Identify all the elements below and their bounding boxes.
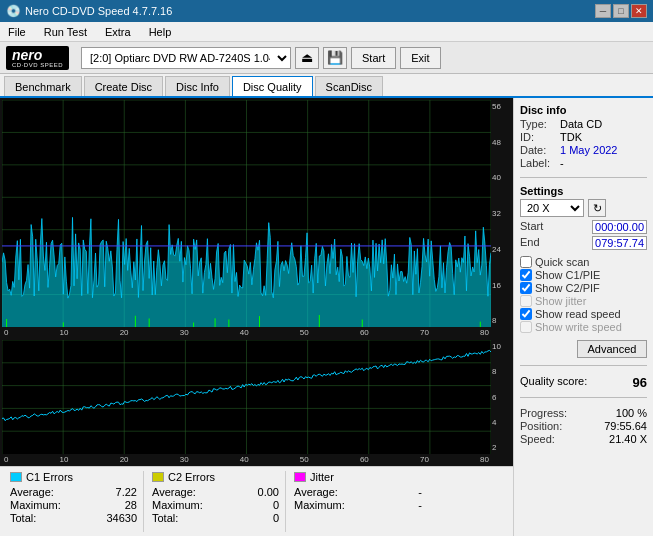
y-label-6: 6 [492, 393, 510, 402]
checkboxes-section: Quick scan Show C1/PIE Show C2/PIF Show … [520, 256, 647, 334]
disc-info-title: Disc info [520, 104, 647, 116]
c1-average: 7.22 [116, 486, 137, 498]
quality-score-row: Quality score: 96 [520, 375, 647, 390]
minimize-button[interactable]: ─ [595, 4, 611, 18]
c1-stats: C1 Errors Average:7.22 Maximum:28 Total:… [4, 471, 144, 532]
end-time-row: End 079:57.74 [520, 236, 647, 250]
y-label-32: 32 [492, 209, 510, 218]
exit-button[interactable]: Exit [400, 47, 440, 69]
show-write-speed-label: Show write speed [535, 321, 622, 333]
disc-id-val: TDK [560, 131, 582, 143]
nero-logo: nero CD·DVD SPEED [6, 46, 69, 70]
show-write-speed-checkbox[interactable] [520, 321, 532, 333]
tab-create-disc[interactable]: Create Disc [84, 76, 163, 96]
tab-disc-quality[interactable]: Disc Quality [232, 76, 313, 96]
c2-average: 0.00 [258, 486, 279, 498]
divider-1 [520, 177, 647, 178]
disc-label-key: Label: [520, 157, 556, 169]
toolbar: nero CD·DVD SPEED [2:0] Optiarc DVD RW A… [0, 42, 653, 74]
eject-icon-btn[interactable]: ⏏ [295, 47, 319, 69]
disc-type-key: Type: [520, 118, 556, 130]
progress-val: 100 % [616, 407, 647, 419]
y-label-48: 48 [492, 138, 510, 147]
title-bar-left: 💿 Nero CD-DVD Speed 4.7.7.16 [6, 4, 172, 18]
start-time-val: 000:00.00 [592, 220, 647, 234]
tabs: Benchmark Create Disc Disc Info Disc Qua… [0, 74, 653, 98]
menu-file[interactable]: File [4, 25, 30, 39]
top-y-axis: 56 48 40 32 24 16 8 [491, 100, 511, 327]
y-label-10: 10 [492, 342, 510, 351]
c2-stats: C2 Errors Average:0.00 Maximum:0 Total:0 [146, 471, 286, 532]
show-c2-pif-checkbox[interactable] [520, 282, 532, 294]
speed-select[interactable]: 20 X Max 40 X 16 X 8 X [520, 199, 584, 217]
quick-scan-checkbox[interactable] [520, 256, 532, 268]
title-bar-controls: ─ □ ✕ [595, 4, 647, 18]
position-label: Position: [520, 420, 562, 432]
tab-benchmark[interactable]: Benchmark [4, 76, 82, 96]
show-read-speed-checkbox[interactable] [520, 308, 532, 320]
title-bar: 💿 Nero CD-DVD Speed 4.7.7.16 ─ □ ✕ [0, 0, 653, 22]
y-label-8: 8 [492, 367, 510, 376]
menu-bar: File Run Test Extra Help [0, 22, 653, 42]
show-c1-pie-checkbox[interactable] [520, 269, 532, 281]
c2-total: 0 [273, 512, 279, 524]
c1-color-box [10, 472, 22, 482]
menu-extra[interactable]: Extra [101, 25, 135, 39]
disc-label-val: - [560, 157, 564, 169]
c2-maximum: 0 [273, 499, 279, 511]
disc-id-key: ID: [520, 131, 556, 143]
tab-scan-disc[interactable]: ScanDisc [315, 76, 383, 96]
divider-2 [520, 365, 647, 366]
disc-type-val: Data CD [560, 118, 602, 130]
y-label-56: 56 [492, 102, 510, 111]
advanced-button[interactable]: Advanced [577, 340, 647, 358]
progress-label: Progress: [520, 407, 567, 419]
y-label-8: 8 [492, 316, 510, 325]
drive-select[interactable]: [2:0] Optiarc DVD RW AD-7240S 1.04 [81, 47, 291, 69]
speed-label: Speed: [520, 433, 555, 445]
y-label-16: 16 [492, 281, 510, 290]
tab-disc-info[interactable]: Disc Info [165, 76, 230, 96]
c1-maximum: 28 [125, 499, 137, 511]
speed-val: 21.40 X [609, 433, 647, 445]
jitter-maximum: - [418, 499, 422, 511]
save-icon-btn[interactable]: 💾 [323, 47, 347, 69]
close-button[interactable]: ✕ [631, 4, 647, 18]
y-label-2: 2 [492, 443, 510, 452]
start-time-row: Start 000:00.00 [520, 220, 647, 234]
quick-scan-label: Quick scan [535, 256, 589, 268]
c1-label: C1 Errors [26, 471, 73, 483]
disc-date-key: Date: [520, 144, 556, 156]
settings-section: Settings 20 X Max 40 X 16 X 8 X ↻ Start … [520, 185, 647, 252]
maximize-button[interactable]: □ [613, 4, 629, 18]
y-label-4: 4 [492, 418, 510, 427]
c2-label: C2 Errors [168, 471, 215, 483]
y-label-24: 24 [492, 245, 510, 254]
settings-title: Settings [520, 185, 647, 197]
end-label: End [520, 236, 540, 250]
window-title: Nero CD-DVD Speed 4.7.7.16 [25, 5, 172, 17]
quality-score-value: 96 [633, 375, 647, 390]
show-jitter-checkbox[interactable] [520, 295, 532, 307]
refresh-button[interactable]: ↻ [588, 199, 606, 217]
show-read-speed-label: Show read speed [535, 308, 621, 320]
show-c2-pif-label: Show C2/PIF [535, 282, 600, 294]
y-label-40: 40 [492, 173, 510, 182]
end-time-val: 079:57.74 [592, 236, 647, 250]
jitter-stats: Jitter Average:- Maximum:- [288, 471, 428, 532]
divider-3 [520, 397, 647, 398]
quality-score-label: Quality score: [520, 375, 587, 390]
nero-logo-sub: CD·DVD SPEED [12, 62, 63, 68]
c2-color-box [152, 472, 164, 482]
menu-help[interactable]: Help [145, 25, 176, 39]
right-panel: Disc info Type: Data CD ID: TDK Date: 1 … [513, 98, 653, 536]
start-button[interactable]: Start [351, 47, 396, 69]
menu-run-test[interactable]: Run Test [40, 25, 91, 39]
bottom-chart-canvas [2, 340, 491, 454]
advanced-btn-container: Advanced [520, 338, 647, 358]
bottom-y-axis: 10 8 6 4 2 [491, 340, 511, 454]
bottom-chart: 10 8 6 4 2 [2, 340, 511, 454]
jitter-color-box [294, 472, 306, 482]
position-val: 79:55.64 [604, 420, 647, 432]
main-content: 56 48 40 32 24 16 8 0 10 20 30 40 50 60 … [0, 98, 653, 536]
